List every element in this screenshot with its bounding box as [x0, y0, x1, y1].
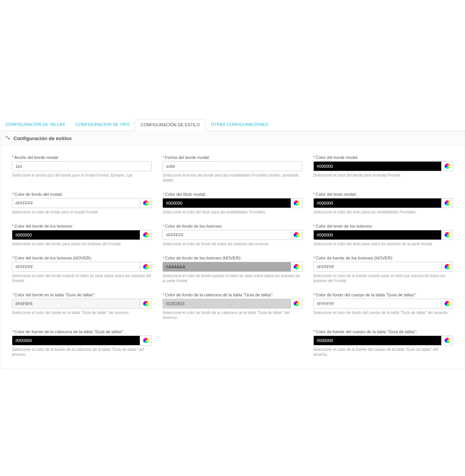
field-modal-border-width: *Ancho del borde modal: Seleccione el an… — [12, 155, 152, 183]
field-btn-text-color: *Color del texto de los botones: Selecci… — [313, 224, 453, 246]
color-wheel-icon — [143, 338, 149, 343]
field-modal-border-shape: *Forma del borde modal: Seleccione la fo… — [162, 155, 302, 183]
tabs-bar: CONFIGURACIÓN DE TALLAS CONFIGURACION DE… — [0, 119, 465, 131]
input-btn-bg-color[interactable] — [162, 230, 291, 240]
label: *Color de fondo de la cabecera de la tab… — [162, 293, 302, 297]
label: *Color de fuente de los botones (HOVER): — [313, 256, 453, 260]
field-btn-bg-hover: *Color de fondo de los botones (HOVER): … — [162, 256, 302, 283]
input-table-header-font[interactable] — [12, 336, 140, 345]
color-picker-button[interactable] — [442, 336, 453, 345]
color-picker-button[interactable] — [442, 230, 453, 240]
color-picker-button[interactable] — [442, 299, 453, 309]
label: *Color del texto modal: — [313, 192, 453, 197]
label: *Color de fondo de los botones (HOVER): — [162, 256, 302, 260]
cogs-icon — [5, 135, 10, 142]
label: *Color de fuente del cuerpo de la tabla … — [313, 329, 453, 334]
color-wheel-icon — [143, 301, 149, 306]
color-picker-button[interactable] — [291, 230, 303, 240]
fields-grid: *Ancho del borde modal: Seleccione el an… — [12, 155, 453, 362]
color-wheel-icon — [445, 200, 450, 206]
color-wheel-icon — [143, 232, 149, 238]
color-wheel-icon — [143, 264, 149, 269]
help-text: Selecciona el color de fondo cuando el r… — [162, 273, 302, 283]
panel-body: *Ancho del borde modal: Seleccione el an… — [0, 146, 465, 369]
input-modal-border-shape[interactable] — [162, 161, 302, 171]
color-wheel-icon — [445, 338, 450, 343]
field-table-body-bg: *Color de fondo del cuerpo de la tabla "… — [313, 293, 453, 320]
input-btn-border-color[interactable] — [12, 230, 140, 240]
help-text: Seleccione el color del borde en la tabl… — [12, 310, 152, 315]
input-table-body-font[interactable] — [313, 336, 442, 345]
color-picker-button[interactable] — [140, 230, 152, 240]
color-picker-button[interactable] — [140, 336, 152, 345]
help-text: Seleccione el color de la fuente de la c… — [12, 347, 152, 357]
color-picker-button[interactable] — [140, 299, 152, 309]
tab-style[interactable]: CONFIGURACIÓN DE ESTILO — [135, 119, 205, 131]
field-modal-border-color: *Color del borde modal: Seleccione el co… — [313, 155, 453, 183]
color-picker-button[interactable] — [291, 262, 303, 272]
input-modal-border-color[interactable] — [313, 161, 442, 171]
help-text: Seleccione el color de fondo de todos lo… — [162, 241, 302, 246]
help-text: Seleccione el color de la fuente del cue… — [313, 347, 453, 357]
help-text: Seleccione el color de fondo para el mod… — [12, 210, 152, 215]
color-picker-button[interactable] — [291, 198, 303, 208]
color-wheel-icon — [294, 200, 299, 206]
svg-point-0 — [6, 136, 7, 138]
input-btn-font-hover[interactable] — [313, 262, 442, 272]
help-text: Seleccione la forma del borde para las m… — [162, 173, 302, 183]
page-root: CONFIGURACIÓN DE TALLAS CONFIGURACION DE… — [0, 0, 465, 369]
input-btn-border-hover[interactable] — [12, 262, 140, 272]
label: *Color de fondo del cuerpo de la tabla "… — [313, 293, 453, 297]
color-picker-button[interactable] — [442, 161, 453, 171]
color-wheel-icon — [294, 264, 299, 269]
input-table-header-bg[interactable] — [162, 299, 291, 309]
label: *Color del borde de los botones (HOVER): — [12, 256, 152, 260]
input-btn-text-color[interactable] — [313, 230, 442, 240]
field-btn-bg-color: *Color de fondo de los botones: Seleccio… — [162, 224, 302, 246]
field-table-header-bg: *Color de fondo de la cabecera de la tab… — [162, 293, 302, 320]
color-picker-button[interactable] — [140, 198, 152, 208]
label: *Color de fuente de la cabecera de la ta… — [12, 329, 152, 334]
help-text: Seleccione el color del borde para todos… — [12, 241, 152, 246]
panel-title: Configuración de estilos — [13, 136, 72, 141]
panel-header: Configuración de estilos — [0, 131, 465, 146]
color-wheel-icon — [143, 200, 149, 206]
field-btn-border-hover: *Color del borde de los botones (HOVER):… — [12, 256, 152, 283]
field-table-border-color: *Color del borde en la tabla "Guía de ta… — [12, 293, 152, 320]
color-wheel-icon — [445, 264, 450, 269]
label: *Color del borde modal: — [313, 155, 453, 160]
color-picker-button[interactable] — [291, 299, 303, 309]
svg-point-1 — [8, 138, 10, 140]
label: *Color del texto de los botones: — [313, 224, 453, 228]
input-modal-bg-color[interactable] — [12, 198, 140, 208]
color-wheel-icon — [445, 301, 450, 306]
tab-sizes[interactable]: CONFIGURACIÓN DE TALLAS — [0, 119, 70, 131]
color-wheel-icon — [294, 232, 299, 238]
color-picker-button[interactable] — [442, 262, 453, 272]
color-wheel-icon — [445, 232, 450, 238]
tab-other[interactable]: OTRAS CONFIGURACIONES — [205, 119, 273, 131]
input-modal-title-color[interactable] — [162, 198, 291, 208]
field-modal-title-color: *Color del título modal: Seleccione el c… — [162, 192, 302, 215]
help-text: Seleccione el color de fondo del cuerpo … — [313, 310, 453, 315]
help-text: Seleccione el color del texto para las m… — [313, 210, 453, 215]
color-picker-button[interactable] — [442, 198, 453, 208]
color-picker-button[interactable] — [140, 262, 152, 272]
input-table-border-color[interactable] — [12, 299, 140, 309]
help-text: Seleccione el color del título para las … — [162, 210, 302, 215]
field-table-header-font: *Color de fuente de la cabecera de la ta… — [12, 329, 152, 357]
input-modal-border-width[interactable] — [12, 161, 152, 171]
field-modal-text-color: *Color del texto modal: Seleccione el co… — [313, 192, 453, 215]
input-modal-text-color[interactable] — [313, 198, 442, 208]
label: *Color de fondo de los botones: — [162, 224, 302, 228]
tab-type[interactable]: CONFIGURACION DE TIPO — [70, 119, 135, 131]
help-text: Seleccione el color de fondo de la cabec… — [162, 310, 302, 320]
label: *Color del borde en la tabla "Guía de ta… — [12, 293, 152, 297]
field-modal-bg-color: *Color de fondo del modal: Seleccione el… — [12, 192, 152, 215]
color-wheel-icon — [294, 301, 299, 306]
field-btn-border-color: *Color del borde de los botones: Selecci… — [12, 224, 152, 246]
help-text: Seleccione el color del texto para todos… — [313, 241, 453, 246]
input-btn-bg-hover[interactable] — [162, 262, 291, 272]
input-table-body-bg[interactable] — [313, 299, 442, 309]
help-text: Seleccione el color del borde para el mo… — [313, 173, 453, 178]
